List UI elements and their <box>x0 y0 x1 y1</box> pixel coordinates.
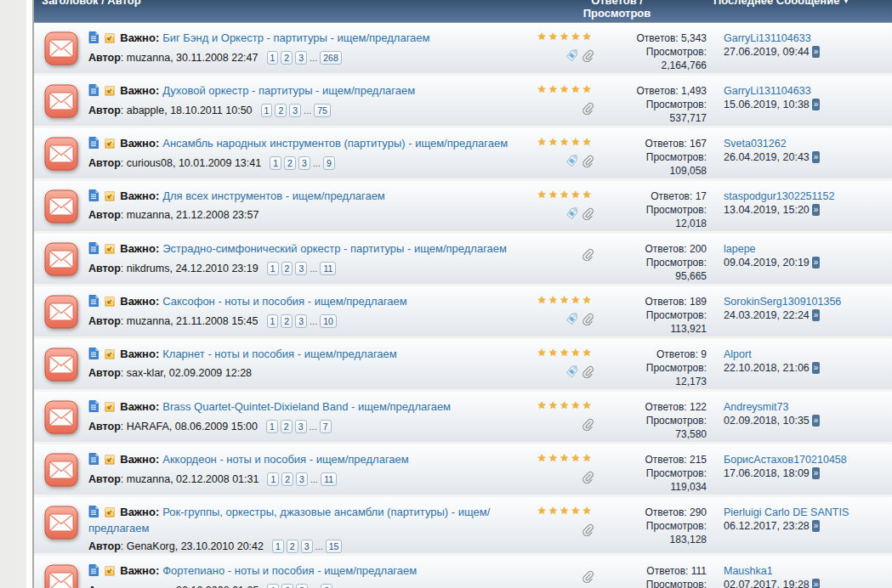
go-to-last-post-icon[interactable]: » <box>812 151 821 163</box>
thread-title-link[interactable]: Фортепиано - ноты и пособия - ищем/предл… <box>162 564 417 577</box>
last-post-user-link[interactable]: Andreysmit73 <box>724 401 788 413</box>
page-link-last[interactable]: 11 <box>321 472 337 486</box>
page-link[interactable]: 1 <box>266 420 278 433</box>
page-link-last[interactable]: 268 <box>320 51 342 65</box>
author-name-date: HARAFA, 08.06.2009 15:00 <box>127 421 258 433</box>
last-post-user-link[interactable]: Alport <box>724 348 752 360</box>
go-to-last-post-icon[interactable]: » <box>812 204 821 216</box>
thread-title-link[interactable]: Для всех инструментов - ищем/предлагаем <box>162 189 385 202</box>
page-link-last[interactable]: 75 <box>314 104 331 117</box>
page-link[interactable]: 2 <box>281 472 293 486</box>
page-link[interactable]: 1 <box>261 104 273 117</box>
go-to-last-post-icon[interactable]: » <box>812 99 821 110</box>
last-post-user-link[interactable]: Sveta031262 <box>724 138 787 150</box>
page-links: 123...6 <box>267 584 332 588</box>
document-icon <box>88 137 99 152</box>
views-count: 12,018 <box>599 217 707 230</box>
tag-icon[interactable] <box>565 49 578 65</box>
last-post-user-link[interactable]: GarryLi131104633 <box>724 32 811 44</box>
star-rating: ★★★★★ <box>520 31 594 42</box>
page-link[interactable]: 3 <box>289 104 301 117</box>
envelope-icon <box>44 348 78 382</box>
thread-rating-cell: ★★★★★ <box>520 293 599 336</box>
page-link[interactable]: 1 <box>267 584 279 588</box>
thread-title-link[interactable]: Саксофон - ноты и пособия - ищем/предлаг… <box>162 295 407 308</box>
page-link[interactable]: 3 <box>295 314 307 328</box>
tag-icon[interactable] <box>565 155 578 171</box>
sticky-note-icon <box>105 32 115 47</box>
thread-rating-cell <box>520 240 599 284</box>
page-ellipsis: ... <box>310 421 317 432</box>
page-link[interactable]: 1 <box>272 540 284 553</box>
page-link[interactable]: 2 <box>281 262 293 275</box>
thread-title-cell: Важно:Фортепиано - ноты и пособия - ищем… <box>88 563 520 588</box>
thread-row: Важно:Для всех инструментов - ищем/предл… <box>34 181 892 234</box>
replies-line: Ответов: 200 <box>599 242 707 256</box>
go-to-last-post-icon[interactable]: » <box>812 362 821 374</box>
page-link[interactable]: 2 <box>275 104 287 117</box>
page-link[interactable]: 3 <box>295 51 307 65</box>
document-icon <box>88 400 99 416</box>
page-link[interactable]: 1 <box>267 314 279 328</box>
go-to-last-post-icon[interactable]: » <box>812 520 821 532</box>
page-link[interactable]: 2 <box>281 314 293 328</box>
page-link[interactable]: 2 <box>281 584 293 588</box>
go-to-last-post-icon[interactable]: » <box>812 257 821 269</box>
last-post-user-link[interactable]: GarryLi131104633 <box>724 85 811 97</box>
go-to-last-post-icon[interactable]: » <box>812 415 821 427</box>
last-post-user-link[interactable]: БорисАстахов170210458 <box>724 454 847 466</box>
last-post-user-link[interactable]: Pierluigi Carlo DE SANTIS <box>724 506 849 518</box>
page-link[interactable]: 1 <box>270 156 281 170</box>
column-header-last-message[interactable]: Последнее Сообщение ▼ <box>713 0 892 22</box>
star-icon: ★ <box>560 31 571 42</box>
page-link[interactable]: 3 <box>295 262 307 275</box>
replies-count: 9 <box>701 348 707 360</box>
thread-title-link[interactable]: Ансамбль народных инструментов (партитур… <box>162 137 508 150</box>
important-label: Важно: <box>120 295 159 308</box>
thread-title-link[interactable]: Brass Quartet-Quintet-Dixieland Band - и… <box>162 400 451 413</box>
last-post-user-link[interactable]: staspodgur1302251152 <box>724 190 834 202</box>
tag-icon[interactable] <box>565 365 578 382</box>
sort-descending-icon[interactable]: ▼ <box>843 0 849 5</box>
replies-count: 1,493 <box>681 85 707 97</box>
last-post-user-link[interactable]: Maushka1 <box>724 565 773 577</box>
page-link-last[interactable]: 15 <box>326 540 343 553</box>
tag-icon[interactable] <box>565 207 578 223</box>
thread-title-link[interactable]: Эстрадно-симфонический оркестр - партиту… <box>162 242 507 255</box>
last-post-user-link[interactable]: lapepe <box>724 243 756 255</box>
envelope-icon <box>44 506 78 540</box>
go-to-last-post-icon[interactable]: » <box>812 46 821 58</box>
page-link[interactable]: 3 <box>296 584 308 588</box>
replies-views-cell: Ответов: 215 Просмотров: 119,034 <box>599 451 713 495</box>
page-link[interactable]: 1 <box>267 262 279 275</box>
page-link[interactable]: 1 <box>267 472 279 486</box>
page-link-last[interactable]: 7 <box>320 420 332 433</box>
page-link[interactable]: 2 <box>284 156 296 170</box>
column-header-replies-views[interactable]: Ответов / Просмотров <box>520 0 713 22</box>
page-link-last[interactable]: 6 <box>321 584 332 588</box>
author-label: Автор <box>88 209 121 221</box>
last-post-user-link[interactable]: SorokinSerg1309101356 <box>724 296 841 308</box>
page-link[interactable]: 3 <box>298 156 310 170</box>
thread-title-link[interactable]: Биг Бэнд и Оркестр - партитуры - ищем/пр… <box>162 31 429 44</box>
go-to-last-post-icon[interactable]: » <box>812 579 821 588</box>
tag-icon[interactable] <box>565 313 578 329</box>
thread-title-link[interactable]: Кларнет - ноты и пособия - ищем/предлага… <box>162 348 397 360</box>
envelope-icon <box>44 189 78 223</box>
page-link[interactable]: 3 <box>295 420 307 433</box>
go-to-last-post-icon[interactable]: » <box>812 467 821 479</box>
thread-title-link[interactable]: Духовой оркестр - партитуры - ищем/предл… <box>162 84 415 97</box>
page-link[interactable]: 2 <box>287 540 298 553</box>
page-link[interactable]: 3 <box>301 540 313 553</box>
page-link[interactable]: 3 <box>296 472 308 486</box>
page-link[interactable]: 2 <box>281 420 293 433</box>
thread-row: Важно:Рок-группы, оркестры, джазовые анс… <box>34 497 892 556</box>
page-link-last[interactable]: 10 <box>320 314 337 328</box>
page-link-last[interactable]: 11 <box>320 262 336 275</box>
go-to-last-post-icon[interactable]: » <box>812 309 821 321</box>
thread-title-link[interactable]: Аккордеон - ноты и пособия - ищем/предла… <box>162 453 409 466</box>
page-link[interactable]: 1 <box>267 51 279 65</box>
page-link[interactable]: 2 <box>281 51 293 65</box>
page-link-last[interactable]: 9 <box>323 156 335 170</box>
column-header-title-author[interactable]: Заголовок / Автор <box>34 0 520 22</box>
